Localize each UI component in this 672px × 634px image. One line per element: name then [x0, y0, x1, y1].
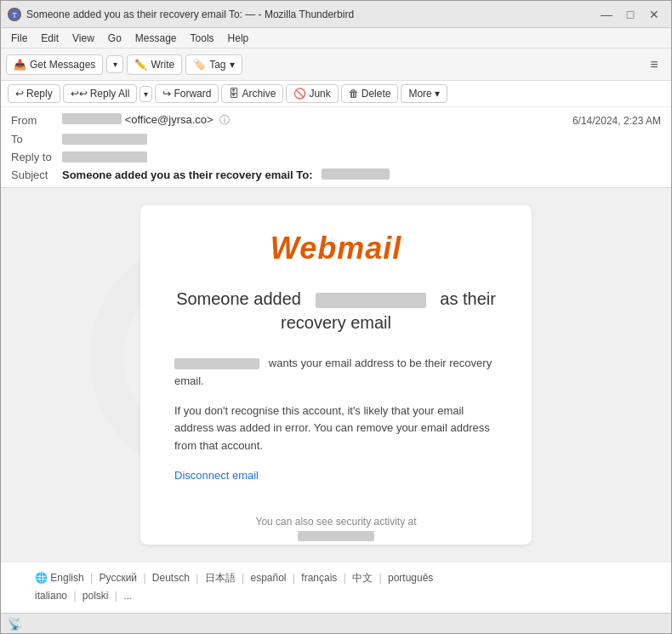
reply-all-label: Reply All	[90, 88, 130, 100]
reply-button[interactable]: ↩ Reply	[8, 84, 60, 103]
to-value-blurred	[62, 134, 147, 145]
junk-button[interactable]: 🚫 Junk	[286, 84, 338, 103]
from-email: <office@jyrsa.co>	[125, 113, 214, 126]
subject-row: Subject Someone added you as their recov…	[1, 166, 671, 184]
tag-button[interactable]: 🏷️ Tag ▾	[185, 54, 242, 75]
main-window: T Someone added you as their recovery em…	[0, 0, 672, 634]
reply-all-dropdown[interactable]: ▾	[140, 86, 152, 102]
subject-value: Someone added you as their recovery emai…	[62, 168, 390, 181]
subject-redacted	[322, 168, 390, 180]
body-redacted-1	[174, 358, 259, 369]
delete-button[interactable]: 🗑 Delete	[341, 84, 399, 103]
write-button[interactable]: ✏️ Write	[127, 54, 182, 75]
get-messages-icon: 📥	[14, 59, 26, 71]
get-messages-label: Get Messages	[30, 59, 95, 71]
more-dropdown-icon: ▾	[435, 88, 440, 100]
from-label: From	[11, 114, 62, 127]
lang-polish[interactable]: polski	[83, 590, 111, 602]
reply-to-label: Reply to	[11, 151, 62, 163]
archive-button[interactable]: 🗄 Archive	[221, 84, 283, 103]
tag-dropdown-icon: ▾	[230, 59, 235, 71]
from-name-blurred	[62, 113, 122, 124]
webmail-logo: Webmail	[174, 231, 498, 266]
more-label: More	[408, 88, 431, 100]
menu-edit[interactable]: Edit	[34, 31, 65, 46]
app-icon: T	[8, 8, 21, 21]
lang-italian[interactable]: italiano	[35, 590, 70, 602]
menu-tools[interactable]: Tools	[184, 31, 221, 46]
write-icon: ✏️	[134, 59, 147, 71]
language-bar: 🌐 English | Русский | Deutsch | 日本語 | es…	[1, 562, 671, 613]
write-label: Write	[151, 59, 174, 71]
security-text-row: You can also see security activity at	[174, 502, 498, 543]
body-paragraph-1: wants your email address to be their rec…	[174, 355, 498, 391]
lang-spanish[interactable]: español	[250, 572, 288, 584]
contact-icon[interactable]: ⓘ	[219, 114, 230, 126]
more-button[interactable]: More ▾	[401, 84, 447, 103]
lang-portuguese[interactable]: português	[388, 572, 433, 584]
menu-help[interactable]: Help	[221, 31, 256, 46]
lang-english[interactable]: English	[50, 572, 87, 584]
minimize-button[interactable]: —	[596, 4, 617, 25]
reply-label: Reply	[26, 88, 53, 100]
lang-french[interactable]: français	[301, 572, 339, 584]
reply-icon: ↩	[15, 88, 24, 100]
body-text-2: If you don't recognise this account, it'…	[174, 404, 490, 453]
window-controls: — □ ✕	[596, 4, 664, 25]
toolbar-menu-button[interactable]: ≡	[642, 53, 666, 77]
reply-all-button[interactable]: ↩↩ Reply All	[63, 84, 138, 103]
disconnect-email-link[interactable]: Disconnect email	[174, 469, 259, 482]
delete-icon: 🗑	[349, 88, 359, 100]
email-header: ↩ Reply ↩↩ Reply All ▾ ↪ Forward 🗄 Archi…	[1, 81, 671, 188]
lang-globe-icon: 🌐	[35, 572, 48, 584]
lang-german[interactable]: Deutsch	[152, 572, 192, 584]
to-row: To	[1, 130, 671, 148]
main-toolbar: 📥 Get Messages ▾ ✏️ Write 🏷️ Tag ▾ ≡	[1, 49, 671, 81]
body-paragraph-2: If you don't recognise this account, it'…	[174, 403, 498, 455]
menu-view[interactable]: View	[65, 31, 101, 46]
email-body: PHISHING Webmail Someone added as their …	[1, 188, 671, 562]
menu-go[interactable]: Go	[101, 31, 128, 46]
svg-text:T: T	[12, 11, 17, 20]
archive-icon: 🗄	[229, 88, 239, 100]
window-title: Someone added you as their recovery emai…	[26, 9, 596, 20]
delete-label: Delete	[362, 88, 391, 100]
tag-icon: 🏷️	[193, 59, 206, 71]
webmail-logo-text: Webmail	[271, 231, 401, 266]
security-link-redacted	[298, 531, 374, 541]
from-row: From <office@jyrsa.co> ⓘ 6/14/2024, 2:23…	[1, 111, 671, 130]
forward-button[interactable]: ↪ Forward	[155, 84, 219, 103]
menu-message[interactable]: Message	[128, 31, 184, 46]
menu-file[interactable]: File	[4, 31, 34, 46]
to-label: To	[11, 133, 62, 146]
email-heading: Someone added as their recovery email	[174, 287, 498, 334]
connection-icon: 📡	[8, 617, 22, 631]
from-value: <office@jyrsa.co> ⓘ	[62, 113, 572, 128]
lang-japanese[interactable]: 日本語	[205, 572, 238, 584]
get-messages-dropdown[interactable]: ▾	[106, 55, 123, 73]
email-content-card: Webmail Someone added as their recovery …	[140, 205, 532, 545]
titlebar: T Someone added you as their recovery em…	[1, 1, 671, 28]
menubar: FileEditViewGoMessageToolsHelp	[1, 28, 671, 49]
forward-icon: ↪	[162, 88, 171, 100]
tag-label: Tag	[209, 59, 225, 71]
heading-redacted	[316, 293, 426, 308]
junk-icon: 🚫	[293, 88, 306, 100]
subject-label: Subject	[11, 168, 62, 181]
email-action-toolbar: ↩ Reply ↩↩ Reply All ▾ ↪ Forward 🗄 Archi…	[1, 81, 671, 107]
close-button[interactable]: ✕	[644, 4, 664, 25]
statusbar: 📡	[1, 613, 671, 633]
lang-chinese[interactable]: 中文	[352, 572, 375, 584]
reply-to-value-blurred	[62, 151, 147, 163]
forward-label: Forward	[174, 88, 211, 100]
maximize-button[interactable]: □	[620, 4, 641, 25]
email-fields: From <office@jyrsa.co> ⓘ 6/14/2024, 2:23…	[1, 107, 671, 187]
reply-all-icon: ↩↩	[71, 88, 88, 100]
junk-label: Junk	[309, 88, 330, 100]
lang-russian[interactable]: Русский	[100, 572, 140, 584]
archive-label: Archive	[242, 88, 276, 100]
security-text: You can also see security activity at	[174, 516, 498, 528]
get-messages-button[interactable]: 📥 Get Messages	[6, 54, 103, 75]
email-date: 6/14/2024, 2:23 AM	[572, 115, 661, 127]
lang-more[interactable]: ...	[123, 590, 132, 602]
